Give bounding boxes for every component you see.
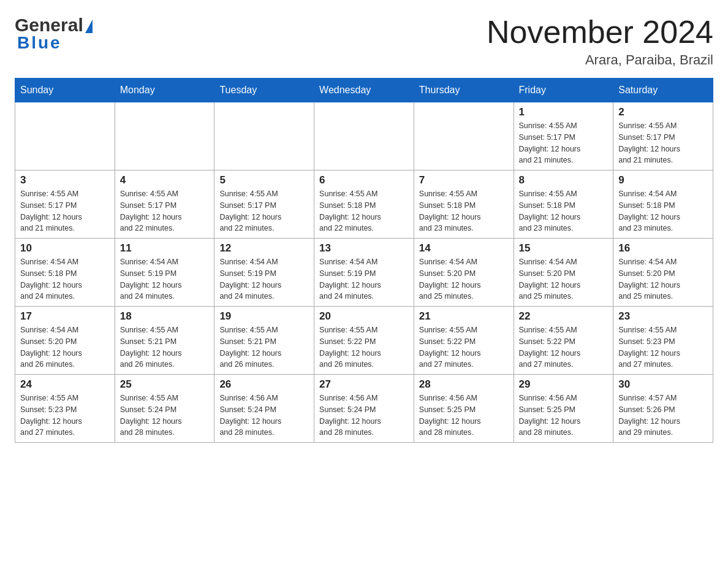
calendar-cell: 15Sunrise: 4:54 AMSunset: 5:20 PMDayligh… <box>514 239 613 307</box>
column-header-wednesday: Wednesday <box>314 79 414 102</box>
calendar-cell: 8Sunrise: 4:55 AMSunset: 5:18 PMDaylight… <box>514 170 613 239</box>
logo-triangle-icon <box>85 20 93 33</box>
day-info: Sunrise: 4:54 AMSunset: 5:20 PMDaylight:… <box>20 324 110 370</box>
day-info: Sunrise: 4:55 AMSunset: 5:17 PMDaylight:… <box>618 120 708 166</box>
calendar-cell: 21Sunrise: 4:55 AMSunset: 5:22 PMDayligh… <box>414 307 514 375</box>
day-info: Sunrise: 4:55 AMSunset: 5:17 PMDaylight:… <box>519 120 609 166</box>
calendar-week-row-1: 1Sunrise: 4:55 AMSunset: 5:17 PMDaylight… <box>15 102 713 170</box>
calendar-cell: 20Sunrise: 4:55 AMSunset: 5:22 PMDayligh… <box>314 307 414 375</box>
column-header-friday: Friday <box>514 79 613 102</box>
calendar-week-row-5: 24Sunrise: 4:55 AMSunset: 5:23 PMDayligh… <box>15 375 713 443</box>
calendar-week-row-2: 3Sunrise: 4:55 AMSunset: 5:17 PMDaylight… <box>15 170 713 239</box>
day-number: 25 <box>120 378 210 391</box>
column-header-tuesday: Tuesday <box>214 79 314 102</box>
title-block: November 2024 Arara, Paraiba, Brazil <box>487 15 713 68</box>
day-number: 17 <box>20 310 110 323</box>
calendar-cell: 22Sunrise: 4:55 AMSunset: 5:22 PMDayligh… <box>514 307 613 375</box>
day-number: 28 <box>419 378 509 391</box>
calendar-cell: 29Sunrise: 4:56 AMSunset: 5:25 PMDayligh… <box>514 375 613 443</box>
day-number: 11 <box>120 242 210 255</box>
day-number: 12 <box>219 242 309 255</box>
calendar-cell: 1Sunrise: 4:55 AMSunset: 5:17 PMDaylight… <box>514 102 613 170</box>
page-header: General Blue November 2024 Arara, Paraib… <box>15 15 713 68</box>
day-number: 2 <box>618 106 708 118</box>
logo-general-text: General <box>15 15 93 36</box>
day-info: Sunrise: 4:55 AMSunset: 5:22 PMDaylight:… <box>419 324 509 370</box>
calendar-cell: 2Sunrise: 4:55 AMSunset: 5:17 PMDaylight… <box>613 102 713 170</box>
day-info: Sunrise: 4:55 AMSunset: 5:17 PMDaylight:… <box>219 188 309 234</box>
day-number: 21 <box>419 310 509 323</box>
day-info: Sunrise: 4:55 AMSunset: 5:22 PMDaylight:… <box>319 324 409 370</box>
calendar-cell <box>115 102 214 170</box>
day-info: Sunrise: 4:54 AMSunset: 5:20 PMDaylight:… <box>419 256 509 302</box>
calendar-cell: 12Sunrise: 4:54 AMSunset: 5:19 PMDayligh… <box>214 239 314 307</box>
day-number: 26 <box>219 378 309 391</box>
column-header-sunday: Sunday <box>15 79 115 102</box>
day-number: 18 <box>120 310 210 323</box>
calendar-cell: 18Sunrise: 4:55 AMSunset: 5:21 PMDayligh… <box>115 307 214 375</box>
day-info: Sunrise: 4:56 AMSunset: 5:24 PMDaylight:… <box>219 393 309 439</box>
day-info: Sunrise: 4:55 AMSunset: 5:21 PMDaylight:… <box>120 324 210 370</box>
day-info: Sunrise: 4:54 AMSunset: 5:18 PMDaylight:… <box>618 188 708 234</box>
day-number: 1 <box>519 106 609 118</box>
day-info: Sunrise: 4:55 AMSunset: 5:17 PMDaylight:… <box>20 188 110 234</box>
day-info: Sunrise: 4:55 AMSunset: 5:18 PMDaylight:… <box>419 188 509 234</box>
calendar-cell: 11Sunrise: 4:54 AMSunset: 5:19 PMDayligh… <box>115 239 214 307</box>
day-number: 19 <box>219 310 309 323</box>
day-number: 5 <box>219 174 309 186</box>
calendar-cell <box>414 102 514 170</box>
day-number: 15 <box>519 242 609 255</box>
day-info: Sunrise: 4:55 AMSunset: 5:22 PMDaylight:… <box>519 324 609 370</box>
calendar-week-row-4: 17Sunrise: 4:54 AMSunset: 5:20 PMDayligh… <box>15 307 713 375</box>
day-info: Sunrise: 4:55 AMSunset: 5:23 PMDaylight:… <box>618 324 708 370</box>
day-info: Sunrise: 4:55 AMSunset: 5:18 PMDaylight:… <box>519 188 609 234</box>
calendar-cell: 25Sunrise: 4:55 AMSunset: 5:24 PMDayligh… <box>115 375 214 443</box>
day-info: Sunrise: 4:55 AMSunset: 5:24 PMDaylight:… <box>120 393 210 439</box>
calendar-cell: 4Sunrise: 4:55 AMSunset: 5:17 PMDaylight… <box>115 170 214 239</box>
calendar-cell: 27Sunrise: 4:56 AMSunset: 5:24 PMDayligh… <box>314 375 414 443</box>
calendar-cell: 28Sunrise: 4:56 AMSunset: 5:25 PMDayligh… <box>414 375 514 443</box>
calendar-week-row-3: 10Sunrise: 4:54 AMSunset: 5:18 PMDayligh… <box>15 239 713 307</box>
day-info: Sunrise: 4:57 AMSunset: 5:26 PMDaylight:… <box>618 393 708 439</box>
day-info: Sunrise: 4:56 AMSunset: 5:25 PMDaylight:… <box>419 393 509 439</box>
month-title: November 2024 <box>487 15 713 50</box>
location-title: Arara, Paraiba, Brazil <box>487 52 713 68</box>
day-number: 10 <box>20 242 110 255</box>
column-header-saturday: Saturday <box>613 79 713 102</box>
calendar-cell: 17Sunrise: 4:54 AMSunset: 5:20 PMDayligh… <box>15 307 115 375</box>
day-number: 30 <box>618 378 708 391</box>
calendar-cell: 23Sunrise: 4:55 AMSunset: 5:23 PMDayligh… <box>613 307 713 375</box>
day-number: 3 <box>20 174 110 186</box>
calendar-cell: 13Sunrise: 4:54 AMSunset: 5:19 PMDayligh… <box>314 239 414 307</box>
calendar-cell: 3Sunrise: 4:55 AMSunset: 5:17 PMDaylight… <box>15 170 115 239</box>
day-number: 14 <box>419 242 509 255</box>
calendar-cell: 30Sunrise: 4:57 AMSunset: 5:26 PMDayligh… <box>613 375 713 443</box>
day-number: 6 <box>319 174 409 186</box>
logo-blue-label: Blue <box>17 33 62 53</box>
day-number: 29 <box>519 378 609 391</box>
calendar-cell: 5Sunrise: 4:55 AMSunset: 5:17 PMDaylight… <box>214 170 314 239</box>
logo-general-label: General <box>15 15 83 36</box>
day-info: Sunrise: 4:56 AMSunset: 5:25 PMDaylight:… <box>519 393 609 439</box>
day-info: Sunrise: 4:55 AMSunset: 5:17 PMDaylight:… <box>120 188 210 234</box>
day-info: Sunrise: 4:56 AMSunset: 5:24 PMDaylight:… <box>319 393 409 439</box>
column-header-thursday: Thursday <box>414 79 514 102</box>
calendar-cell: 26Sunrise: 4:56 AMSunset: 5:24 PMDayligh… <box>214 375 314 443</box>
day-info: Sunrise: 4:54 AMSunset: 5:19 PMDaylight:… <box>219 256 309 302</box>
day-number: 9 <box>618 174 708 186</box>
day-number: 22 <box>519 310 609 323</box>
calendar-cell: 24Sunrise: 4:55 AMSunset: 5:23 PMDayligh… <box>15 375 115 443</box>
day-info: Sunrise: 4:54 AMSunset: 5:20 PMDaylight:… <box>618 256 708 302</box>
day-info: Sunrise: 4:55 AMSunset: 5:23 PMDaylight:… <box>20 393 110 439</box>
day-number: 23 <box>618 310 708 323</box>
calendar-cell: 6Sunrise: 4:55 AMSunset: 5:18 PMDaylight… <box>314 170 414 239</box>
logo: General Blue <box>15 15 93 53</box>
day-number: 7 <box>419 174 509 186</box>
day-info: Sunrise: 4:54 AMSunset: 5:20 PMDaylight:… <box>519 256 609 302</box>
day-number: 20 <box>319 310 409 323</box>
calendar-cell <box>214 102 314 170</box>
calendar-header-row: SundayMondayTuesdayWednesdayThursdayFrid… <box>15 79 713 102</box>
day-number: 13 <box>319 242 409 255</box>
day-info: Sunrise: 4:54 AMSunset: 5:19 PMDaylight:… <box>319 256 409 302</box>
day-number: 8 <box>519 174 609 186</box>
